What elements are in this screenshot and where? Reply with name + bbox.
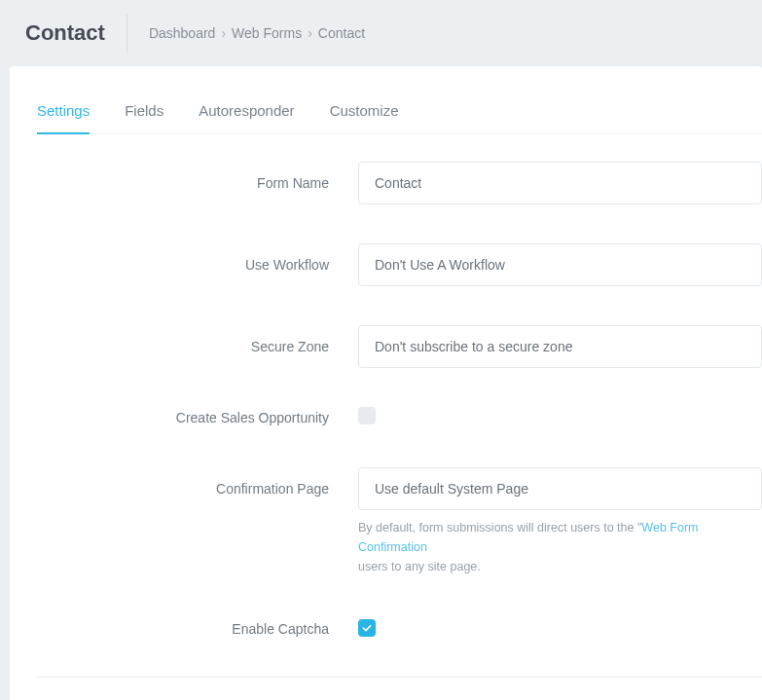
header-divider [127,14,127,53]
help-text-suffix: users to any site page. [358,560,481,573]
breadcrumb-item[interactable]: Web Forms [232,25,302,41]
enable-captcha-label: Enable Captcha [37,621,358,637]
breadcrumb-item[interactable]: Contact [318,25,365,41]
create-sales-opportunity-label: Create Sales Opportunity [37,410,358,425]
tab-customize[interactable]: Customize [330,102,399,134]
tab-fields[interactable]: Fields [125,102,163,134]
use-workflow-select[interactable]: Don't Use A Workflow [358,243,762,286]
breadcrumb: Dashboard › Web Forms › Contact [149,25,365,41]
main-panel: Settings Fields Autoresponder Customize … [10,66,762,700]
help-text-prefix: By default, form submissions will direct… [358,521,641,534]
chevron-right-icon: › [221,25,226,41]
create-sales-opportunity-checkbox[interactable] [358,407,376,424]
confirmation-page-help: By default, form submissions will direct… [358,518,762,576]
use-workflow-label: Use Workflow [37,257,358,273]
page-title: Contact [25,20,105,46]
confirmation-page-select[interactable]: Use default System Page [358,467,762,510]
form-name-input[interactable] [358,162,762,204]
confirmation-page-label: Confirmation Page [37,481,358,497]
breadcrumb-item[interactable]: Dashboard [149,25,216,41]
tab-settings[interactable]: Settings [37,102,90,134]
secure-zone-label: Secure Zone [37,339,358,354]
tabs: Settings Fields Autoresponder Customize [37,66,762,134]
form-name-label: Form Name [37,175,358,191]
form-divider [37,677,762,678]
header-bar: Contact Dashboard › Web Forms › Contact [0,0,762,66]
tab-autoresponder[interactable]: Autoresponder [199,102,294,134]
chevron-right-icon: › [308,25,312,41]
check-icon [361,622,373,634]
secure-zone-select[interactable]: Don't subscribe to a secure zone [358,325,762,368]
enable-captcha-checkbox[interactable] [358,619,376,637]
